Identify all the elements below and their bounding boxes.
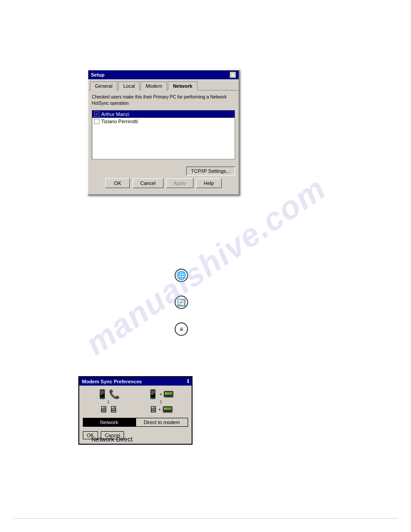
direct-arrow: ↕ (159, 399, 162, 404)
checkbox-arthur[interactable] (94, 112, 99, 117)
tab-local[interactable]: Local (118, 82, 140, 90)
network-top-row: 📱 📞 (97, 389, 120, 399)
button-row: OK Cancel Apply Help (92, 176, 235, 191)
globe-icon: 🌐 (175, 269, 188, 282)
modem2-icon-direct: 📟 (162, 404, 173, 414)
pda-icon-network: 📱 (97, 389, 108, 399)
apply-button[interactable]: Apply (166, 178, 194, 188)
dialog-titlebar: Setup ✕ (88, 70, 239, 79)
modem-titlebar: Modem Sync Preferences ℹ (79, 377, 192, 386)
user-item-arthur[interactable]: Arthur Manzi (92, 111, 235, 118)
network-icon-stack: 📱 📞 ↕ 🖥 🖥 (97, 389, 120, 414)
tab-network[interactable]: Network (168, 82, 197, 90)
pc-icon-direct: 🖥 (149, 404, 158, 414)
tab-bar: General Local Modem Network (88, 79, 239, 90)
cancel-button[interactable]: Cancel (133, 178, 163, 188)
modem-tab-network[interactable]: Network (83, 418, 136, 427)
modem-dialog: Modem Sync Preferences ℹ 📱 📞 ↕ 🖥 🖥 (78, 376, 193, 445)
setup-dialog: Setup ✕ General Local Modem Network Chec… (87, 69, 240, 195)
user-name-arthur: Arthur Manzi (101, 112, 129, 117)
direct-icon-stack: 📱 + 📟 ↕ 🖥 + 📟 (147, 389, 174, 414)
direct-option[interactable]: 📱 + 📟 ↕ 🖥 + 📟 (147, 389, 174, 414)
ok-button[interactable]: OK (105, 178, 130, 188)
close-button[interactable]: ✕ (230, 72, 236, 78)
info-icon: ℹ (187, 378, 189, 384)
network-arrow: ↕ (107, 399, 110, 404)
network-direct-label: Network Direct (91, 436, 133, 443)
user-item-tiziano[interactable]: Tiziano Perrinotti (92, 118, 235, 125)
tcp-settings-button[interactable]: TCP/IP Settings... (186, 167, 235, 176)
dialog-title: Setup (91, 72, 105, 77)
network-option[interactable]: 📱 📞 ↕ 🖥 🖥 (97, 389, 120, 414)
bottom-divider (13, 518, 398, 519)
sync-icon: 🔄 (175, 296, 188, 309)
direct-top-row: 📱 + 📟 (147, 389, 174, 399)
pda-icon-direct: 📱 (147, 389, 158, 399)
network-bottom-row: 🖥 🖥 (99, 404, 118, 414)
pc-icon-network: 🖥 (99, 404, 108, 414)
icons-section: 🌐 🔄 ≡ (175, 269, 188, 336)
modem-body: 📱 📞 ↕ 🖥 🖥 📱 + 📟 (79, 386, 192, 444)
plus-icon-direct: + (159, 392, 162, 397)
modem-tab-direct[interactable]: Direct to modem (136, 418, 188, 427)
user-name-tiziano: Tiziano Perrinotti (101, 119, 138, 124)
phone-icon-network: 📞 (109, 389, 120, 399)
tab-modem[interactable]: Modem (141, 82, 167, 90)
direct-bottom-row: 🖥 + 📟 (149, 404, 173, 414)
description-text: Checked users make this their Primary PC… (92, 94, 235, 107)
checkbox-tiziano[interactable] (94, 119, 99, 124)
help-button[interactable]: Help (196, 178, 222, 188)
modem-tabs: Network Direct to modem (83, 418, 188, 427)
pc2-icon-network: 🖥 (109, 404, 118, 414)
menu-icon: ≡ (175, 322, 188, 336)
modem-options: 📱 📞 ↕ 🖥 🖥 📱 + 📟 (83, 389, 188, 414)
modem-dialog-title: Modem Sync Preferences (82, 379, 142, 384)
tab-general[interactable]: General (90, 82, 117, 90)
plus2-icon-direct: + (158, 407, 161, 412)
watermark-text: manualshive.com (79, 170, 333, 363)
user-list: Arthur Manzi Tiziano Perrinotti (92, 110, 235, 159)
modem-icon-direct: 📟 (163, 389, 174, 399)
dialog-body: Checked users make this their Primary PC… (88, 90, 239, 194)
